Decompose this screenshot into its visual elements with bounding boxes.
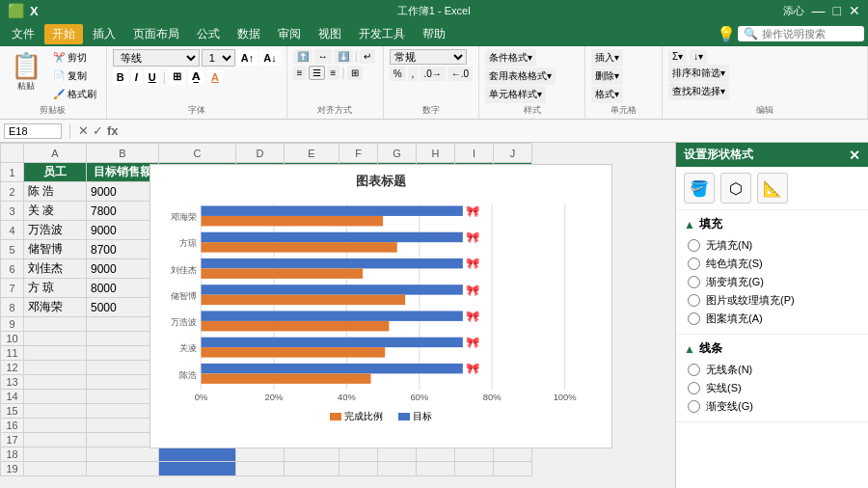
fill-solid-option[interactable]: 纯色填充(S) (684, 255, 860, 273)
cell-a18[interactable] (24, 447, 87, 462)
align-bottom-btn[interactable]: ⬇️ (334, 49, 353, 64)
col-header-d[interactable]: D (236, 144, 285, 163)
cell-e19[interactable] (285, 462, 339, 476)
fill-color-button[interactable]: A̲ (188, 68, 204, 85)
cell-b7[interactable]: 8000 (87, 279, 159, 298)
cell-c18[interactable] (159, 447, 236, 462)
cell-styles-btn[interactable]: 单元格样式▾ (485, 86, 546, 103)
font-size-select[interactable]: 11 (202, 49, 235, 67)
cell-h19[interactable] (417, 462, 455, 476)
cell-j19[interactable] (494, 462, 532, 476)
line-none-option[interactable]: 无线条(N) (684, 361, 860, 379)
cell-g18[interactable] (378, 447, 417, 462)
align-top-btn[interactable]: ⬆️ (293, 49, 312, 64)
line-section-header[interactable]: ▲ 线条 (684, 340, 860, 357)
cell-a13[interactable] (24, 375, 87, 390)
cell-a1[interactable]: 员工 (24, 163, 87, 182)
panel-close-btn[interactable]: ✕ (849, 148, 860, 163)
col-header-g[interactable]: G (378, 144, 417, 163)
font-decrease-btn[interactable]: A↓ (259, 50, 280, 66)
decrease-decimal-btn[interactable]: ←.0 (448, 67, 473, 81)
menu-help[interactable]: 帮助 (415, 24, 453, 44)
cell-a2[interactable]: 陈 浩 (24, 182, 87, 202)
cell-g19[interactable] (378, 462, 417, 476)
menu-insert[interactable]: 插入 (85, 24, 123, 44)
menu-formula[interactable]: 公式 (189, 24, 228, 44)
cell-a12[interactable] (24, 361, 87, 375)
cell-c19[interactable] (159, 462, 236, 476)
cell-b15[interactable] (87, 404, 159, 419)
cell-b16[interactable] (87, 419, 159, 433)
maximize-btn[interactable]: □ (833, 3, 841, 18)
col-header-f[interactable]: F (339, 144, 378, 163)
cell-b2[interactable]: 9000 (87, 182, 159, 202)
wrap-text-btn[interactable]: ↵ (360, 49, 375, 64)
cell-d18[interactable] (236, 447, 285, 462)
confirm-formula-icon[interactable]: ✓ (93, 123, 103, 138)
cell-h18[interactable] (417, 447, 455, 462)
line-gradient-option[interactable]: 渐变线(G) (684, 397, 860, 416)
cell-b18[interactable] (87, 447, 159, 462)
fill-pattern-option[interactable]: 图案填充(A) (684, 310, 860, 328)
cell-b3[interactable]: 7800 (87, 202, 159, 221)
paste-button[interactable]: 📋 粘贴 (6, 49, 46, 95)
col-header-e[interactable]: E (285, 144, 339, 163)
insert-btn[interactable]: 插入▾ (591, 49, 623, 67)
cell-a4[interactable]: 万浩波 (24, 221, 87, 240)
cancel-formula-icon[interactable]: ✕ (78, 123, 89, 138)
insert-function-icon[interactable]: fx (107, 123, 119, 138)
cell-b14[interactable] (87, 390, 159, 404)
search-input[interactable] (762, 28, 858, 40)
cell-a5[interactable]: 储智博 (24, 240, 87, 259)
menu-developer[interactable]: 开发工具 (351, 24, 413, 44)
format-btn[interactable]: 格式▾ (591, 86, 623, 103)
underline-button[interactable]: U (145, 69, 160, 85)
cell-a19[interactable] (24, 462, 87, 476)
find-select-btn[interactable]: 查找和选择▾ (668, 83, 729, 100)
italic-button[interactable]: I (131, 69, 142, 85)
line-solid-option[interactable]: 实线(S) (684, 379, 860, 397)
cell-b10[interactable] (87, 332, 159, 346)
autosum-btn[interactable]: Σ▾ (668, 49, 687, 64)
cell-a17[interactable] (24, 433, 87, 447)
col-header-j[interactable]: J (494, 144, 532, 163)
close-btn[interactable]: ✕ (849, 3, 860, 18)
col-header-i[interactable]: I (455, 144, 494, 163)
cell-a9[interactable] (24, 317, 87, 332)
cell-i19[interactable] (455, 462, 494, 476)
cell-a15[interactable] (24, 404, 87, 419)
cell-b6[interactable]: 9000 (87, 259, 159, 279)
chart-container[interactable]: 图表标题 邓海荣 方琼 刘佳杰 储智博 万浩波 关凌 陈浩 (149, 164, 612, 448)
cell-b9[interactable] (87, 317, 159, 332)
line-none-radio[interactable] (688, 364, 700, 376)
fill-btn[interactable]: ↓▾ (690, 49, 707, 64)
font-increase-btn[interactable]: A↑ (237, 50, 258, 66)
cell-i18[interactable] (455, 447, 494, 462)
cell-b5[interactable]: 8700 (87, 240, 159, 259)
merge-btn[interactable]: ⊞ (347, 66, 363, 80)
menu-view[interactable]: 视图 (311, 24, 349, 44)
name-box[interactable] (4, 123, 62, 139)
align-middle-btn[interactable]: ↔️ (314, 49, 332, 64)
formula-input[interactable] (122, 124, 864, 138)
cell-b8[interactable]: 5000 (87, 298, 159, 317)
align-left-btn[interactable]: ≡ (293, 66, 307, 80)
col-header-a[interactable]: A (24, 144, 87, 163)
border-button[interactable]: ⊞ (169, 68, 185, 85)
cell-a3[interactable]: 关 凌 (24, 202, 87, 221)
col-header-c[interactable]: C (159, 144, 236, 163)
fill-icon-btn[interactable]: 🪣 (684, 173, 715, 203)
copy-button[interactable]: 📄 复制 (49, 68, 100, 85)
bold-button[interactable]: B (113, 69, 128, 85)
increase-decimal-btn[interactable]: .0→ (420, 67, 445, 81)
menu-review[interactable]: 审阅 (270, 24, 309, 44)
fill-solid-radio[interactable] (688, 258, 700, 270)
format-painter-button[interactable]: 🖌️ 格式刷 (49, 86, 100, 103)
fill-picture-option[interactable]: 图片或纹理填充(P) (684, 291, 860, 310)
menu-file[interactable]: 文件 (4, 24, 42, 44)
cell-b12[interactable] (87, 361, 159, 375)
table-format-btn[interactable]: 套用表格格式▾ (485, 68, 556, 85)
font-color-button[interactable]: A (207, 69, 223, 85)
align-right-btn[interactable]: ≡ (327, 66, 340, 80)
cell-a7[interactable]: 方 琼 (24, 279, 87, 298)
